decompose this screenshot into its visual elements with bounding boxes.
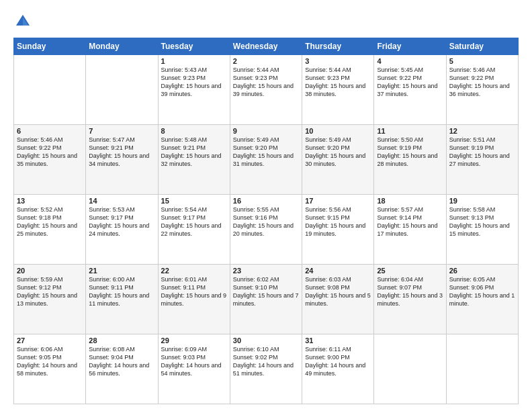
calendar-day-cell: 1Sunrise: 5:43 AMSunset: 9:23 PMDaylight… <box>158 55 230 125</box>
day-info: Sunrise: 5:59 AMSunset: 9:12 PMDaylight:… <box>17 275 83 308</box>
calendar-day-header: Saturday <box>446 38 518 55</box>
day-number: 29 <box>161 336 227 345</box>
day-info: Sunrise: 5:52 AMSunset: 9:18 PMDaylight:… <box>17 205 83 238</box>
calendar-day-cell: 13Sunrise: 5:52 AMSunset: 9:18 PMDayligh… <box>14 195 86 265</box>
calendar-day-header: Monday <box>86 38 158 55</box>
day-info: Sunrise: 6:09 AMSunset: 9:03 PMDaylight:… <box>161 345 227 378</box>
day-number: 1 <box>161 57 227 65</box>
day-number: 21 <box>89 267 154 275</box>
day-info: Sunrise: 5:43 AMSunset: 9:23 PMDaylight:… <box>161 66 227 99</box>
calendar-week-row: 6Sunrise: 5:46 AMSunset: 9:22 PMDaylight… <box>14 125 519 195</box>
day-number: 7 <box>89 127 154 135</box>
day-number: 31 <box>305 336 371 345</box>
day-info: Sunrise: 5:50 AMSunset: 9:19 PMDaylight:… <box>377 136 443 169</box>
day-number: 18 <box>377 197 443 205</box>
day-number: 26 <box>449 267 515 275</box>
calendar-day-cell: 3Sunrise: 5:44 AMSunset: 9:23 PMDaylight… <box>302 55 374 125</box>
day-info: Sunrise: 5:54 AMSunset: 9:17 PMDaylight:… <box>161 205 227 238</box>
calendar-day-cell: 20Sunrise: 5:59 AMSunset: 9:12 PMDayligh… <box>14 265 86 334</box>
day-number: 19 <box>449 197 515 205</box>
day-info: Sunrise: 6:04 AMSunset: 9:07 PMDaylight:… <box>377 275 443 308</box>
day-number: 20 <box>17 267 83 275</box>
calendar-day-header: Friday <box>374 38 446 55</box>
calendar-day-cell: 18Sunrise: 5:57 AMSunset: 9:14 PMDayligh… <box>374 195 446 265</box>
calendar-week-row: 27Sunrise: 6:06 AMSunset: 9:05 PMDayligh… <box>14 334 519 404</box>
day-number: 28 <box>89 336 154 345</box>
calendar-day-header: Sunday <box>14 38 86 55</box>
day-number: 27 <box>17 336 83 345</box>
day-info: Sunrise: 6:03 AMSunset: 9:08 PMDaylight:… <box>305 275 371 308</box>
calendar-day-cell: 14Sunrise: 5:53 AMSunset: 9:17 PMDayligh… <box>86 195 158 265</box>
calendar-day-cell: 7Sunrise: 5:47 AMSunset: 9:21 PMDaylight… <box>86 125 158 195</box>
day-info: Sunrise: 5:46 AMSunset: 9:22 PMDaylight:… <box>17 136 83 169</box>
day-number: 6 <box>17 127 83 135</box>
day-info: Sunrise: 5:49 AMSunset: 9:20 PMDaylight:… <box>305 136 371 169</box>
calendar-day-cell <box>374 334 446 404</box>
day-number: 17 <box>305 197 371 205</box>
header <box>13 12 519 31</box>
logo <box>13 12 35 31</box>
calendar-day-cell: 12Sunrise: 5:51 AMSunset: 9:19 PMDayligh… <box>446 125 518 195</box>
day-number: 15 <box>161 197 227 205</box>
day-info: Sunrise: 6:00 AMSunset: 9:11 PMDaylight:… <box>89 275 154 308</box>
calendar-day-cell: 17Sunrise: 5:56 AMSunset: 9:15 PMDayligh… <box>302 195 374 265</box>
day-info: Sunrise: 5:46 AMSunset: 9:22 PMDaylight:… <box>449 66 515 99</box>
day-info: Sunrise: 5:49 AMSunset: 9:20 PMDaylight:… <box>233 136 299 169</box>
day-info: Sunrise: 6:06 AMSunset: 9:05 PMDaylight:… <box>17 345 83 378</box>
calendar-table: SundayMondayTuesdayWednesdayThursdayFrid… <box>13 38 519 404</box>
calendar-day-cell <box>14 55 86 125</box>
day-number: 25 <box>377 267 443 275</box>
page: SundayMondayTuesdayWednesdayThursdayFrid… <box>0 0 532 411</box>
day-info: Sunrise: 6:05 AMSunset: 9:06 PMDaylight:… <box>449 275 515 308</box>
day-info: Sunrise: 5:57 AMSunset: 9:14 PMDaylight:… <box>377 205 443 238</box>
calendar-day-cell: 5Sunrise: 5:46 AMSunset: 9:22 PMDaylight… <box>446 55 518 125</box>
day-info: Sunrise: 6:11 AMSunset: 9:00 PMDaylight:… <box>305 345 371 378</box>
day-number: 9 <box>233 127 299 135</box>
day-number: 14 <box>89 197 154 205</box>
calendar-day-header: Thursday <box>302 38 374 55</box>
day-number: 4 <box>377 57 443 65</box>
day-number: 3 <box>305 57 371 65</box>
calendar-day-cell: 9Sunrise: 5:49 AMSunset: 9:20 PMDaylight… <box>230 125 302 195</box>
calendar-day-cell: 16Sunrise: 5:55 AMSunset: 9:16 PMDayligh… <box>230 195 302 265</box>
calendar-day-cell: 24Sunrise: 6:03 AMSunset: 9:08 PMDayligh… <box>302 265 374 334</box>
logo-icon <box>13 12 32 31</box>
calendar-day-cell: 26Sunrise: 6:05 AMSunset: 9:06 PMDayligh… <box>446 265 518 334</box>
calendar-header-row: SundayMondayTuesdayWednesdayThursdayFrid… <box>14 38 519 55</box>
calendar-day-cell: 8Sunrise: 5:48 AMSunset: 9:21 PMDaylight… <box>158 125 230 195</box>
day-info: Sunrise: 5:55 AMSunset: 9:16 PMDaylight:… <box>233 205 299 238</box>
day-number: 13 <box>17 197 83 205</box>
day-number: 5 <box>449 57 515 65</box>
day-info: Sunrise: 5:53 AMSunset: 9:17 PMDaylight:… <box>89 205 154 238</box>
calendar-day-cell: 28Sunrise: 6:08 AMSunset: 9:04 PMDayligh… <box>86 334 158 404</box>
calendar-day-header: Tuesday <box>158 38 230 55</box>
day-info: Sunrise: 5:44 AMSunset: 9:23 PMDaylight:… <box>305 66 371 99</box>
day-number: 2 <box>233 57 299 65</box>
calendar-day-cell <box>446 334 518 404</box>
day-number: 23 <box>233 267 299 275</box>
calendar-day-cell: 21Sunrise: 6:00 AMSunset: 9:11 PMDayligh… <box>86 265 158 334</box>
day-number: 30 <box>233 336 299 345</box>
calendar-day-cell: 23Sunrise: 6:02 AMSunset: 9:10 PMDayligh… <box>230 265 302 334</box>
day-info: Sunrise: 6:10 AMSunset: 9:02 PMDaylight:… <box>233 345 299 378</box>
day-info: Sunrise: 5:45 AMSunset: 9:22 PMDaylight:… <box>377 66 443 99</box>
day-number: 22 <box>161 267 227 275</box>
day-number: 10 <box>305 127 371 135</box>
calendar-day-cell: 19Sunrise: 5:58 AMSunset: 9:13 PMDayligh… <box>446 195 518 265</box>
calendar-day-cell: 29Sunrise: 6:09 AMSunset: 9:03 PMDayligh… <box>158 334 230 404</box>
day-info: Sunrise: 6:08 AMSunset: 9:04 PMDaylight:… <box>89 345 154 378</box>
day-number: 8 <box>161 127 227 135</box>
calendar-week-row: 1Sunrise: 5:43 AMSunset: 9:23 PMDaylight… <box>14 55 519 125</box>
day-info: Sunrise: 5:48 AMSunset: 9:21 PMDaylight:… <box>161 136 227 169</box>
day-info: Sunrise: 5:56 AMSunset: 9:15 PMDaylight:… <box>305 205 371 238</box>
day-info: Sunrise: 6:02 AMSunset: 9:10 PMDaylight:… <box>233 275 299 308</box>
calendar-day-cell: 2Sunrise: 5:44 AMSunset: 9:23 PMDaylight… <box>230 55 302 125</box>
calendar-day-cell: 22Sunrise: 6:01 AMSunset: 9:11 PMDayligh… <box>158 265 230 334</box>
calendar-day-cell: 11Sunrise: 5:50 AMSunset: 9:19 PMDayligh… <box>374 125 446 195</box>
calendar-day-header: Wednesday <box>230 38 302 55</box>
day-info: Sunrise: 5:51 AMSunset: 9:19 PMDaylight:… <box>449 136 515 169</box>
calendar-day-cell: 27Sunrise: 6:06 AMSunset: 9:05 PMDayligh… <box>14 334 86 404</box>
day-number: 24 <box>305 267 371 275</box>
day-info: Sunrise: 5:47 AMSunset: 9:21 PMDaylight:… <box>89 136 154 169</box>
day-info: Sunrise: 5:44 AMSunset: 9:23 PMDaylight:… <box>233 66 299 99</box>
